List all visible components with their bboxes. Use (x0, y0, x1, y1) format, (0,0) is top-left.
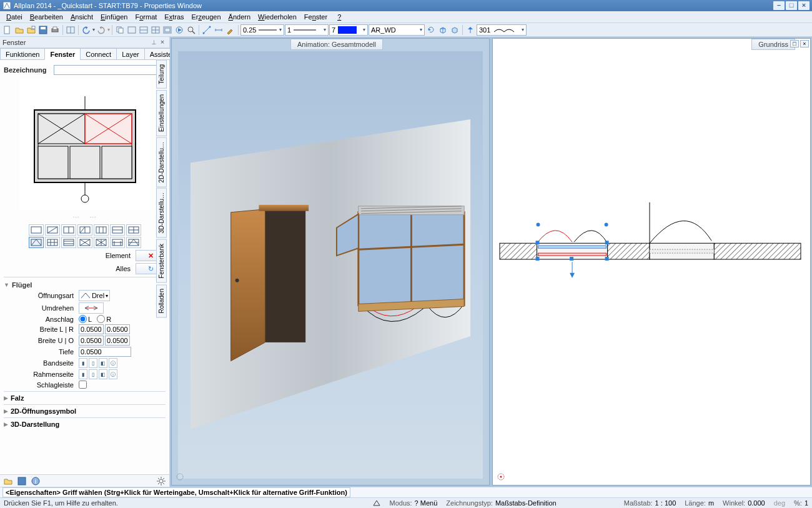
bandseite-3[interactable]: ◧ (99, 358, 107, 368)
bezeichnung-input[interactable] (54, 65, 166, 75)
bandseite-2[interactable]: ▯ (89, 358, 97, 368)
umdrehen-button[interactable] (79, 302, 104, 314)
layer-dropdown[interactable]: AR_WD ▾ (369, 24, 425, 36)
lineweight-dropdown[interactable]: 0.25 ▾ (240, 24, 284, 36)
tool-win4[interactable] (162, 24, 173, 36)
tool-brush[interactable] (225, 24, 236, 36)
tool-win2[interactable] (138, 24, 149, 36)
sash-opt-14[interactable] (126, 237, 141, 248)
od2d-header[interactable]: ▶2D-Öffnungssymbol (4, 407, 166, 415)
od3d-header[interactable]: ▶3D-Darstellung (4, 421, 166, 428)
rahmenseite-2[interactable]: ▯ (89, 369, 97, 379)
tool-measure[interactable] (201, 24, 212, 36)
tool-open2[interactable] (26, 24, 37, 36)
menu-extras[interactable]: Extras (161, 13, 187, 21)
sash-opt-1[interactable] (29, 224, 44, 236)
draworder-dropdown[interactable]: 301 ▾ (477, 24, 527, 36)
anschlag-r-radio[interactable]: R (97, 315, 111, 323)
tool-win1[interactable] (126, 24, 137, 36)
menu-help[interactable]: ? (334, 13, 345, 21)
breite-r-input[interactable] (105, 324, 130, 334)
schlagleiste-checkbox[interactable] (79, 381, 87, 389)
sidetab-3d[interactable]: 3D-Darstellu… (156, 188, 167, 238)
sash-opt-10[interactable] (61, 237, 76, 248)
tool-layout[interactable] (65, 24, 76, 36)
redo-dropdown[interactable]: ▾ (107, 27, 110, 32)
sash-opt-4[interactable] (77, 224, 92, 236)
tab-connect[interactable]: Connect (80, 48, 117, 60)
close-icon[interactable]: × (158, 38, 167, 47)
pct-value[interactable]: 1 (805, 499, 808, 507)
linetype-dropdown[interactable]: 1 ▾ (285, 24, 329, 36)
tool-new[interactable] (2, 24, 13, 36)
tool-cube2[interactable] (449, 24, 460, 36)
oeffnungsart-dropdown[interactable]: Drel ▾ (79, 290, 110, 301)
sidetab-fensterbank[interactable]: Fensterbank (156, 239, 167, 283)
tool-zoom[interactable] (186, 24, 197, 36)
sash-opt-9[interactable] (45, 237, 60, 248)
sash-opt-13[interactable] (110, 237, 125, 248)
tool-redo[interactable] (96, 24, 107, 36)
rahmenseite-4[interactable]: ⓘ (109, 369, 117, 379)
drag-dots-right[interactable]: ⋯ (89, 214, 97, 222)
menu-ansicht[interactable]: Ansicht (67, 13, 97, 21)
sash-opt-7[interactable] (126, 224, 141, 236)
viewport-2d[interactable]: Grundriss □ × (492, 38, 811, 486)
sidetab-teilung[interactable]: Teilung (156, 60, 167, 89)
menu-fenster[interactable]: Fenster (300, 13, 331, 21)
sash-opt-3[interactable] (61, 224, 76, 236)
tool-undo[interactable] (81, 24, 92, 36)
tool-open[interactable] (14, 24, 25, 36)
scene-3d[interactable] (178, 51, 483, 479)
tool-cube[interactable] (437, 24, 448, 36)
foot-save-fav[interactable] (16, 476, 27, 487)
winkel-value[interactable]: 0.000 (748, 499, 765, 507)
tool-save[interactable] (37, 24, 49, 36)
color-dropdown[interactable]: 7 ▾ (329, 24, 368, 36)
close-button[interactable]: × (798, 1, 810, 10)
menu-wiederholen[interactable]: Wiederholen (254, 13, 300, 21)
breite-u-input[interactable] (79, 336, 104, 346)
fluegel-header[interactable]: ▼Flügel (4, 281, 166, 289)
sidetab-rolladen[interactable]: Rolladen (156, 284, 167, 317)
pin-icon[interactable]: ⟂ (149, 38, 158, 47)
zeichnungstyp-value[interactable]: Maßstabs-Definition (495, 499, 557, 507)
menu-einfuegen[interactable]: Einfügen (97, 13, 131, 21)
sash-opt-12[interactable] (94, 237, 109, 248)
sidetab-2d[interactable]: 2D-Darstellu… (156, 137, 167, 187)
rahmenseite-1[interactable]: ▮ (79, 369, 87, 379)
minimize-button[interactable]: – (773, 1, 785, 10)
laenge-value[interactable]: m (708, 499, 714, 507)
menu-format[interactable]: Format (131, 13, 161, 21)
viewport-3d-tab[interactable]: Animation: Gesamtmodell (290, 39, 383, 50)
menu-aendern[interactable]: Ändern (225, 13, 254, 21)
menu-datei[interactable]: Datei (2, 13, 26, 21)
viewport-close[interactable]: × (800, 40, 809, 47)
anschlag-l-radio[interactable]: L (79, 315, 92, 323)
viewport-maximize[interactable]: □ (790, 40, 799, 47)
sash-opt-5[interactable] (94, 224, 109, 236)
plan-drawing[interactable] (493, 39, 810, 485)
viewport-3d[interactable]: Animation: Gesamtmodell (171, 38, 490, 486)
tab-funktionen[interactable]: Funktionen (0, 48, 45, 60)
foot-info[interactable]: i (30, 476, 41, 487)
tab-fenster[interactable]: Fenster (44, 48, 81, 60)
tool-copy[interactable] (114, 24, 126, 36)
tool-dim[interactable] (213, 24, 224, 36)
sash-opt-11[interactable] (77, 237, 92, 248)
tool-anim[interactable] (174, 24, 185, 36)
sash-opt-6[interactable] (110, 224, 125, 236)
bandseite-4[interactable]: ⓘ (109, 358, 117, 368)
tiefe-input[interactable] (79, 347, 131, 357)
breite-o-input[interactable] (105, 336, 130, 346)
tab-layer[interactable]: Layer (116, 48, 145, 60)
tool-refresh[interactable] (425, 24, 437, 36)
undo-dropdown[interactable]: ▾ (92, 27, 95, 32)
maximize-button[interactable]: □ (786, 1, 797, 10)
massstab-value[interactable]: 1 : 100 (655, 499, 676, 507)
sash-opt-2[interactable] (45, 224, 60, 236)
viewport-2d-origin-icon[interactable] (497, 472, 505, 481)
bandseite-1[interactable]: ▮ (79, 358, 87, 368)
breite-l-input[interactable] (79, 324, 104, 334)
sidetab-einstellungen[interactable]: Einstellungen (156, 90, 167, 136)
